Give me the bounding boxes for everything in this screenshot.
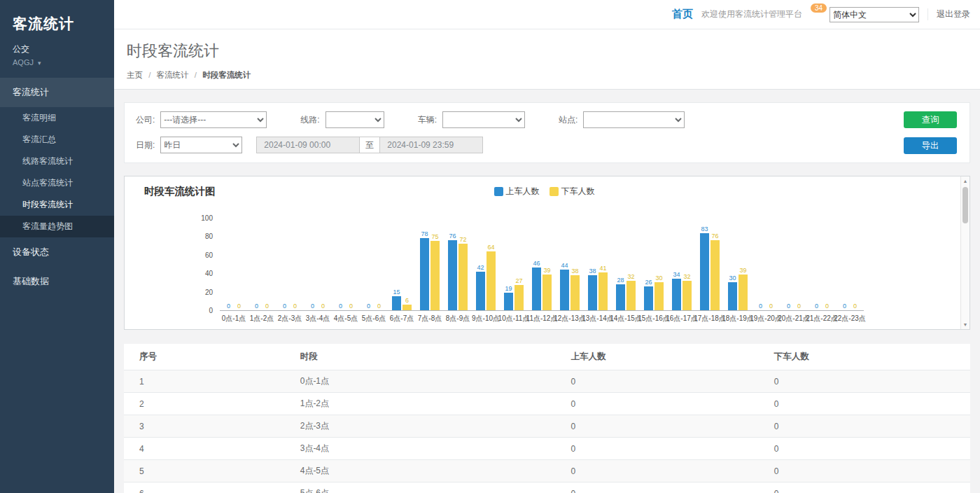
- x-axis-label: 9点-10点: [472, 314, 500, 324]
- x-axis-label: 7点-8点: [418, 314, 442, 324]
- table-row: 43点-4点00: [124, 438, 970, 460]
- bar-group: 0021点-22点: [808, 218, 836, 310]
- bar: 42: [476, 272, 485, 310]
- bar-value-label: 0: [255, 303, 258, 310]
- bar-value-label: 34: [673, 271, 680, 278]
- scrollbar-thumb[interactable]: [962, 187, 968, 223]
- stats-table-panel: 序号时段上车人数下车人数 10点-1点0021点-2点0032点-3点0043点…: [124, 344, 970, 493]
- scroll-up-icon[interactable]: ▲: [961, 179, 969, 183]
- sidebar-subitem[interactable]: 客流汇总: [0, 129, 114, 151]
- table-cell: 0: [556, 415, 759, 438]
- bar: 6: [402, 305, 412, 310]
- company-select[interactable]: ---请选择---: [160, 111, 267, 128]
- breadcrumb-separator: /: [195, 71, 197, 79]
- y-axis-label: 40: [205, 270, 213, 277]
- bar: 83: [700, 233, 709, 310]
- user-name: AQGJ: [13, 58, 34, 67]
- notification-badge[interactable]: 34: [811, 4, 827, 13]
- bar-group: 0019点-20点: [752, 218, 780, 310]
- bar-value-label: 0: [339, 303, 342, 310]
- bar: 30: [728, 282, 737, 310]
- start-date-input[interactable]: [256, 137, 360, 153]
- bar-value-label: 64: [487, 244, 494, 251]
- table-header-row: 序号时段上车人数下车人数: [124, 344, 970, 370]
- language-select[interactable]: 简体中文: [830, 7, 919, 22]
- legend-swatch-icon: [494, 187, 503, 196]
- bar-group: 42649点-10点: [472, 218, 500, 310]
- column-header: 序号: [124, 344, 285, 370]
- table-cell: 2点-3点: [285, 415, 556, 438]
- table-cell: 5点-6点: [285, 482, 556, 493]
- bar: 39: [542, 275, 552, 310]
- x-axis-label: 5点-6点: [362, 314, 386, 324]
- x-axis-label: 21点-22点: [806, 314, 838, 324]
- bar-value-label: 6: [405, 297, 409, 304]
- bar-value-label: 38: [571, 268, 578, 275]
- user-menu[interactable]: AQGJ ▾: [0, 57, 114, 78]
- bar: 72: [458, 244, 468, 310]
- table-row: 54点-5点00: [124, 460, 970, 482]
- app-window: 客流统计 公交 AQGJ ▾ 客流统计客流明细客流汇总线路客流统计站点客流统计时…: [0, 0, 980, 493]
- table-cell: 0: [759, 438, 970, 460]
- table-cell: 5: [124, 460, 285, 482]
- sidebar: 客流统计 公交 AQGJ ▾ 客流统计客流明细客流汇总线路客流统计站点客流统计时…: [0, 0, 114, 493]
- bar: 38: [570, 275, 580, 310]
- x-axis-label: 0点-1点: [222, 314, 246, 324]
- logout-link[interactable]: 退出登录: [927, 8, 970, 20]
- breadcrumb-section[interactable]: 客流统计: [157, 71, 189, 79]
- bar-value-label: 15: [393, 289, 400, 296]
- legend-item[interactable]: 上车人数: [494, 186, 540, 197]
- bar: 34: [672, 279, 681, 310]
- query-button[interactable]: 查询: [904, 111, 957, 128]
- bar-group: 443812点-13点: [556, 218, 584, 310]
- end-date-input[interactable]: [379, 137, 483, 153]
- x-axis-label: 10点-11点: [498, 314, 530, 324]
- sidebar-subitem[interactable]: 客流明细: [0, 107, 114, 129]
- bar-value-label: 78: [421, 230, 428, 237]
- bar-value-label: 26: [645, 279, 652, 286]
- y-axis-label: 20: [205, 289, 213, 296]
- x-axis-label: 20点-21点: [778, 314, 810, 324]
- bar-group: 463911点-12点: [528, 218, 556, 310]
- sidebar-subitem[interactable]: 客流量趋势图: [0, 216, 114, 237]
- sidebar-item[interactable]: 设备状态: [0, 237, 114, 267]
- legend-item[interactable]: 下车人数: [550, 186, 595, 197]
- table-cell: 1: [124, 370, 285, 393]
- line-select[interactable]: [326, 111, 384, 128]
- chart-yaxis: 020406080100: [193, 218, 213, 311]
- sidebar-subitem[interactable]: 线路客流统计: [0, 151, 114, 172]
- vehicle-select[interactable]: [442, 111, 525, 128]
- date-preset-select[interactable]: 昨日: [160, 137, 242, 153]
- bar-value-label: 76: [711, 232, 718, 239]
- sidebar-item[interactable]: 客流统计: [0, 78, 114, 107]
- bar-value-label: 27: [515, 277, 522, 284]
- table-cell: 3点-4点: [285, 438, 556, 460]
- org-name: 公交: [0, 41, 114, 57]
- x-axis-label: 2点-3点: [278, 314, 302, 324]
- legend-swatch-icon: [550, 187, 559, 196]
- chart-plot-area: 020406080100 000点-1点001点-2点002点-3点003点-4…: [136, 218, 953, 311]
- home-link[interactable]: 首页: [672, 8, 693, 21]
- x-axis-label: 8点-9点: [446, 314, 470, 324]
- chart-header: 时段车流统计图 上车人数下车人数: [136, 185, 953, 203]
- chart-scrollbar[interactable]: ▲ ▼: [960, 176, 969, 329]
- bar-value-label: 0: [265, 303, 269, 310]
- sidebar-subitem[interactable]: 站点客流统计: [0, 172, 114, 194]
- table-body: 10点-1点0021点-2点0032点-3点0043点-4点0054点-5点00…: [124, 370, 970, 493]
- bar-value-label: 0: [769, 303, 773, 310]
- sidebar-item[interactable]: 基础数据: [0, 267, 114, 296]
- table-cell: 0: [759, 393, 970, 415]
- bar-group: 343216点-17点: [668, 218, 696, 310]
- table-cell: 1点-2点: [285, 393, 556, 415]
- bar: 28: [616, 284, 625, 310]
- bar: 75: [430, 241, 440, 310]
- breadcrumb-home[interactable]: 主页: [127, 71, 143, 79]
- caret-down-icon: ▾: [38, 60, 41, 67]
- station-select[interactable]: [583, 111, 685, 128]
- sidebar-subitem[interactable]: 时段客流统计: [0, 194, 114, 216]
- bar-value-label: 38: [589, 268, 596, 275]
- scroll-down-icon[interactable]: ▼: [961, 322, 969, 327]
- bar-value-label: 0: [311, 303, 314, 310]
- bar-value-label: 32: [627, 273, 634, 280]
- export-button[interactable]: 导出: [904, 137, 957, 154]
